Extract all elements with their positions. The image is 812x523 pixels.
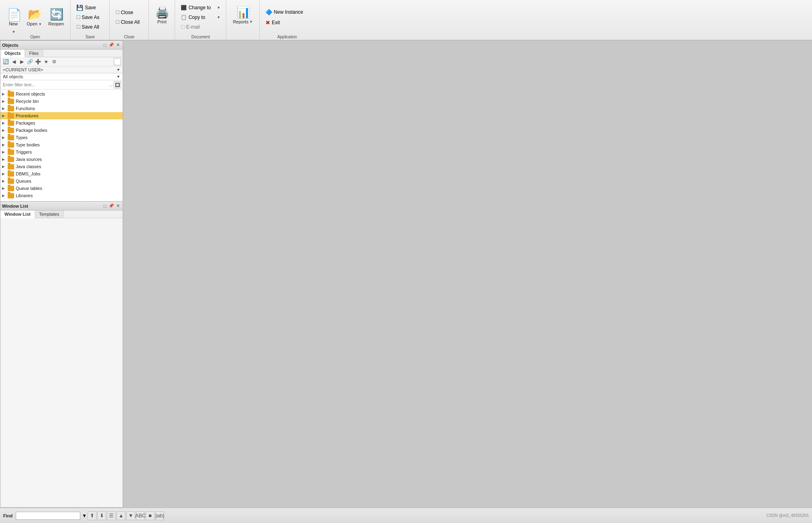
tree-item-packages[interactable]: ▶Packages — [0, 119, 123, 127]
window-list-tabs: Window List Templates — [0, 210, 123, 218]
tree-arrow-packages: ▶ — [2, 121, 8, 125]
object-type-label: All objects — [3, 74, 23, 79]
save-button[interactable]: 💾 Save — [74, 3, 106, 12]
window-list-close-btn[interactable]: ✕ — [115, 203, 121, 209]
save-as-button[interactable]: ☐ Save As — [74, 13, 106, 22]
find-list-btn[interactable]: ☰ — [107, 511, 116, 520]
tree-label-recycle-bin: Recycle bin — [16, 99, 39, 104]
tree-label-package-bodies: Package bodies — [16, 128, 47, 133]
tree-view[interactable]: ▶Recent objects▶Recycle bin▶Functions▶Pr… — [0, 90, 123, 201]
find-prev-btn[interactable]: ⬆ — [88, 511, 96, 520]
tree-item-queue-tables[interactable]: ▶Queue tables — [0, 185, 123, 192]
tree-item-types[interactable]: ▶Types — [0, 134, 123, 141]
new-dropdown-btn[interactable]: ▼ — [3, 29, 23, 34]
tree-item-package-bodies[interactable]: ▶Package bodies — [0, 127, 123, 134]
close-all-checkbox: ☐ — [115, 19, 120, 25]
forward-btn[interactable]: ▶ — [18, 58, 25, 65]
find-next-btn[interactable]: ⬇ — [97, 511, 106, 520]
templates-tab[interactable]: Templates — [35, 210, 64, 218]
tree-label-recent-objects: Recent objects — [16, 92, 45, 96]
object-type-arrow: ▼ — [117, 75, 120, 79]
tree-label-java-classes: Java classes — [16, 164, 41, 169]
find-down-btn[interactable]: ▼ — [126, 511, 135, 520]
find-input[interactable] — [16, 512, 80, 520]
save-group-label: Save — [71, 35, 109, 39]
exit-button[interactable]: ✖ Exit — [263, 18, 311, 27]
gear-btn[interactable]: ⚙ — [50, 58, 58, 65]
exit-icon: ✖ — [265, 19, 270, 26]
find-opt1-btn[interactable]: ABC — [136, 511, 145, 520]
tree-item-recent-objects[interactable]: ▶Recent objects — [0, 90, 123, 98]
tree-arrow-procedures: ▶ — [2, 114, 8, 118]
tree-item-functions[interactable]: ▶Functions — [0, 105, 123, 112]
filter-icon-btn[interactable]: 🔲 — [114, 81, 121, 88]
toolbar-group-application: 🔷 New Instance ✖ Exit Application — [260, 0, 315, 40]
bookmark-btn[interactable]: ★ — [42, 58, 50, 65]
toggle-btn[interactable] — [114, 58, 121, 65]
reports-button[interactable]: 📊 Reports ▼ — [230, 4, 256, 32]
objects-panel-pin-btn[interactable]: 📌 — [108, 42, 115, 48]
change-to-button[interactable]: ⬛ Change to ▼ — [178, 3, 223, 12]
new-dropdown-arrow: ▼ — [12, 30, 16, 34]
toolbar: 📄 New ▼ 📂 Open ▼ 🔄 Reopen Op — [0, 0, 812, 40]
open-group-label: Open — [0, 35, 70, 39]
exit-label: Exit — [272, 20, 280, 25]
tree-item-libraries[interactable]: ▶Libraries — [0, 192, 123, 199]
user-selector[interactable]: <CURRENT USER> ▼ — [0, 67, 123, 73]
tree-item-java-classes[interactable]: ▶Java classes — [0, 163, 123, 170]
window-list-panel: Window List □ 📌 ✕ Window List Templates — [0, 202, 123, 508]
connect-btn[interactable]: 🔗 — [26, 58, 33, 65]
reopen-button[interactable]: 🔄 Reopen — [45, 6, 67, 28]
tree-label-java-sources: Java sources — [16, 157, 42, 162]
tree-folder-queues — [8, 179, 14, 184]
files-tab[interactable]: Files — [25, 50, 43, 57]
objects-panel-titlebar: Objects □ 📌 ✕ — [0, 41, 123, 50]
refresh-btn[interactable]: 🔄 — [2, 58, 9, 65]
tree-item-triggers[interactable]: ▶Triggers — [0, 148, 123, 156]
new-instance-button[interactable]: 🔷 New Instance — [263, 8, 311, 17]
filter-more-btn[interactable]: ... — [108, 82, 114, 88]
open-button[interactable]: 📂 Open ▼ — [23, 6, 45, 28]
tree-arrow-recent-objects: ▶ — [2, 92, 8, 96]
tree-arrow-queues: ▶ — [2, 179, 8, 183]
objects-tab[interactable]: Objects — [0, 50, 25, 57]
back-btn[interactable]: ◀ — [10, 58, 17, 65]
tree-arrow-types: ▶ — [2, 135, 8, 140]
find-up-btn[interactable]: ▲ — [117, 511, 125, 520]
tree-item-procedures[interactable]: ▶Procedures — [0, 112, 123, 119]
tree-item-dbms-jobs[interactable]: ▶DBMS_Jobs — [0, 170, 123, 177]
close-all-button[interactable]: ☐ Close All — [113, 18, 145, 27]
save-as-checkbox: ☐ — [76, 15, 81, 20]
open-icon: 📂 — [28, 8, 41, 21]
tree-folder-package-bodies — [8, 128, 14, 133]
email-checkbox: ☐ — [181, 24, 185, 30]
objects-panel-close-btn[interactable]: ✕ — [115, 42, 121, 48]
window-list-minimize-btn[interactable]: □ — [102, 203, 108, 209]
copy-to-button[interactable]: 📋 Copy to ▼ — [178, 13, 223, 22]
tree-item-type-bodies[interactable]: ▶Type bodies — [0, 141, 123, 148]
objects-panel-minimize-btn[interactable]: □ — [102, 42, 108, 48]
tree-item-java-sources[interactable]: ▶Java sources — [0, 156, 123, 163]
tree-folder-recent-objects — [8, 92, 14, 97]
change-to-label: Change to — [188, 5, 211, 10]
window-list-tab[interactable]: Window List — [0, 210, 35, 218]
change-to-arrow: ▼ — [217, 6, 220, 10]
tree-item-recycle-bin[interactable]: ▶Recycle bin — [0, 98, 123, 105]
window-list-pin-btn[interactable]: 📌 — [108, 203, 115, 209]
new-instance-label: New Instance — [274, 9, 303, 15]
add-btn[interactable]: ➕ — [34, 58, 42, 65]
copy-to-icon: 📋 — [181, 15, 187, 20]
object-type-selector[interactable]: All objects ▼ — [0, 73, 123, 80]
find-opt3-btn[interactable]: |ab| — [155, 511, 164, 520]
tree-item-queues[interactable]: ▶Queues — [0, 177, 123, 185]
new-button-main[interactable]: 📄 New — [3, 6, 23, 29]
filter-input[interactable] — [2, 82, 108, 88]
tree-arrow-queue-tables: ▶ — [2, 186, 8, 190]
email-button[interactable]: ☐ E-mail — [178, 23, 223, 31]
new-icon: 📄 — [7, 8, 20, 21]
close-button[interactable]: ☐ Close — [113, 8, 145, 17]
print-button[interactable]: 🖨️ Print — [152, 4, 171, 32]
find-opt2-btn[interactable]: ■ — [146, 511, 154, 520]
tree-arrow-package-bodies: ▶ — [2, 128, 8, 132]
save-all-button[interactable]: ☐ Save All — [74, 23, 106, 31]
